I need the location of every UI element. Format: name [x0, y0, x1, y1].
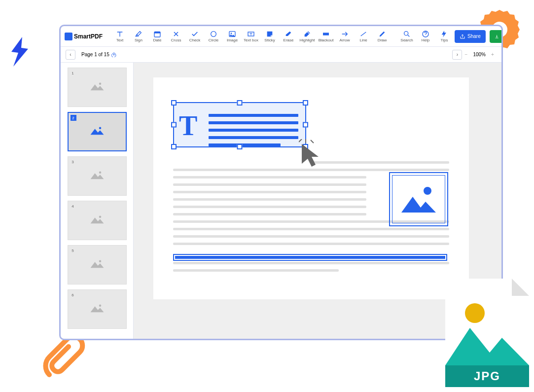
tool-label: Search: [400, 38, 413, 42]
draw-tool[interactable]: Draw: [373, 27, 392, 46]
sticky-tool[interactable]: Sticky: [260, 27, 279, 46]
tool-label: Check: [189, 38, 201, 42]
resize-handle-bl[interactable]: [171, 144, 177, 149]
tool-label: Help: [422, 38, 429, 42]
search-tool[interactable]: Search: [397, 27, 416, 46]
tool-label: Text: [116, 38, 124, 42]
thumbnail-sidebar[interactable]: 123456: [61, 63, 134, 339]
erase-tool[interactable]: Erase: [279, 27, 298, 46]
thumb-number: 3: [70, 159, 76, 165]
text-tool[interactable]: Text: [110, 27, 129, 46]
resize-handle-ml[interactable]: [171, 122, 177, 128]
resize-handle-tm[interactable]: [237, 100, 243, 106]
sub-toolbar: ‹ Page 1 of 15 › − 100% +: [61, 47, 501, 63]
tool-label: Line: [359, 38, 367, 42]
tool-label: Cross: [171, 38, 181, 42]
gear-icon[interactable]: [111, 52, 116, 57]
svg-rect-6: [323, 33, 329, 35]
image-box-selection[interactable]: [389, 172, 448, 226]
sign-tool[interactable]: Sign: [129, 27, 148, 46]
blackout-tool[interactable]: Blackout: [317, 27, 335, 46]
download-icon: [495, 34, 499, 39]
textbox-tool[interactable]: Text box: [242, 27, 260, 46]
app-name: SmartPDF: [74, 33, 103, 40]
image-placeholder-icon: [90, 214, 105, 227]
image-placeholder-icon: [90, 80, 105, 94]
image-placeholder-icon: [90, 302, 105, 316]
zoom-in-button[interactable]: +: [489, 51, 497, 59]
lightning-decoration: [7, 37, 32, 67]
download-button[interactable]: Download pdf: [490, 30, 503, 43]
next-page-button[interactable]: ›: [452, 50, 462, 60]
circle-tool[interactable]: Circle: [204, 27, 223, 46]
pdf-page[interactable]: T: [153, 77, 469, 299]
thumb-number: 4: [70, 203, 76, 209]
tool-label: Draw: [378, 38, 387, 42]
image-tool[interactable]: Image: [223, 27, 242, 46]
tool-label: Tips: [441, 38, 448, 42]
page-thumbnail[interactable]: 2: [68, 112, 127, 151]
tool-label: Highlight: [299, 38, 315, 42]
zoom-out-button[interactable]: −: [462, 51, 470, 59]
image-placeholder-icon: [90, 125, 105, 139]
app-logo[interactable]: SmartPDF: [65, 33, 103, 40]
resize-handle-mr[interactable]: [303, 122, 308, 128]
share-button[interactable]: Share: [455, 30, 486, 43]
thumb-number: 6: [70, 292, 76, 298]
image-placeholder-icon: [90, 258, 105, 272]
page-thumbnail[interactable]: 1: [68, 68, 127, 107]
tool-label: Image: [227, 38, 238, 42]
svg-point-22: [465, 303, 485, 323]
dropcap-letter: T: [179, 110, 197, 142]
tips-tool[interactable]: Tips: [435, 27, 454, 46]
cross-tool[interactable]: Cross: [167, 27, 185, 46]
tool-label: Blackout: [319, 38, 334, 42]
resize-handle-tr[interactable]: [303, 100, 308, 106]
thumb-number: 2: [71, 115, 76, 121]
check-tool[interactable]: Check: [185, 27, 204, 46]
svg-point-4: [231, 33, 232, 34]
line-tool[interactable]: Line: [354, 27, 373, 46]
svg-point-15: [99, 305, 101, 307]
tool-label: Erase: [284, 38, 294, 42]
svg-point-2: [211, 32, 216, 37]
svg-point-13: [99, 216, 101, 218]
resize-handle-bm[interactable]: [237, 144, 243, 149]
svg-point-10: [99, 83, 101, 85]
main-toolbar: SmartPDF TextSignDateCrossCheckCircleIma…: [61, 26, 501, 47]
date-tool[interactable]: Date: [148, 27, 167, 46]
prev-page-button[interactable]: ‹: [66, 50, 75, 60]
tool-label: Sign: [135, 38, 142, 42]
svg-point-11: [99, 127, 101, 130]
page-thumbnail[interactable]: 3: [68, 156, 127, 196]
svg-point-14: [99, 260, 101, 263]
pdf-editor-window: SmartPDF TextSignDateCrossCheckCircleIma…: [59, 25, 503, 340]
highlight-tool[interactable]: Highlight: [298, 27, 317, 46]
page-thumbnail[interactable]: 5: [68, 245, 127, 285]
image-placeholder-icon: [90, 169, 105, 183]
page-indicator: Page 1 of 15: [81, 52, 446, 57]
cursor-pointer-icon: [299, 139, 323, 171]
jpg-label: JPG: [445, 365, 529, 387]
zoom-value: 100%: [473, 52, 486, 57]
help-tool[interactable]: Help: [416, 27, 435, 46]
svg-point-16: [424, 187, 431, 195]
svg-point-12: [99, 172, 101, 174]
tool-label: Date: [153, 38, 162, 42]
tool-label: Arrow: [340, 38, 350, 42]
svg-rect-1: [154, 32, 160, 33]
logo-icon: [65, 33, 72, 40]
tool-label: Text box: [244, 38, 258, 42]
svg-point-9: [113, 54, 114, 55]
page-thumbnail[interactable]: 4: [68, 201, 127, 240]
tool-label: Sticky: [264, 38, 275, 42]
text-box-selection[interactable]: T: [173, 102, 306, 147]
page-thumbnail[interactable]: 6: [68, 289, 127, 329]
link-bar-selection[interactable]: [173, 254, 447, 261]
resize-handle-tl[interactable]: [171, 100, 177, 106]
thumb-number: 5: [70, 248, 76, 253]
svg-marker-21: [512, 279, 529, 296]
tool-label: Circle: [209, 38, 218, 42]
svg-line-19: [311, 140, 314, 143]
arrow-tool[interactable]: Arrow: [335, 27, 354, 46]
